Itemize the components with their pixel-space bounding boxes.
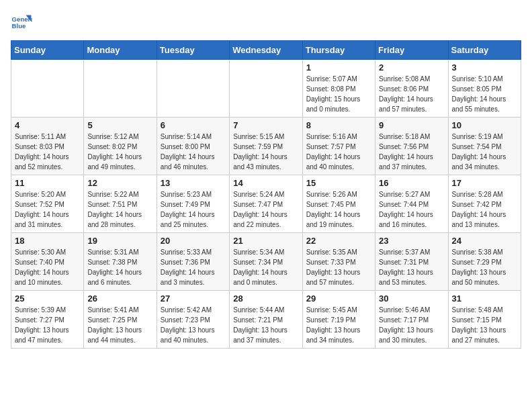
day-number: 29 xyxy=(306,293,371,304)
calendar-cell xyxy=(84,60,157,118)
day-info: Sunrise: 5:20 AM Sunset: 7:52 PM Dayligh… xyxy=(15,189,80,230)
day-info: Sunrise: 5:37 AM Sunset: 7:31 PM Dayligh… xyxy=(379,247,444,287)
day-number: 16 xyxy=(379,178,444,188)
svg-text:Blue: Blue xyxy=(12,22,26,30)
day-info: Sunrise: 5:39 AM Sunset: 7:27 PM Dayligh… xyxy=(15,305,80,345)
day-info: Sunrise: 5:46 AM Sunset: 7:17 PM Dayligh… xyxy=(379,305,444,345)
day-info: Sunrise: 5:41 AM Sunset: 7:25 PM Dayligh… xyxy=(87,305,152,345)
calendar-cell: 4Sunrise: 5:11 AM Sunset: 8:03 PM Daylig… xyxy=(11,118,84,175)
day-info: Sunrise: 5:34 AM Sunset: 7:34 PM Dayligh… xyxy=(233,247,298,287)
day-number: 15 xyxy=(306,178,371,188)
day-number: 12 xyxy=(87,178,152,188)
day-number: 18 xyxy=(15,236,80,246)
day-number: 8 xyxy=(306,120,371,130)
day-info: Sunrise: 5:15 AM Sunset: 7:59 PM Dayligh… xyxy=(233,132,298,172)
calendar-cell: 28Sunrise: 5:44 AM Sunset: 7:21 PM Dayli… xyxy=(230,291,302,349)
weekday-header-saturday: Saturday xyxy=(448,41,521,60)
calendar-cell: 21Sunrise: 5:34 AM Sunset: 7:34 PM Dayli… xyxy=(230,233,302,291)
day-number: 23 xyxy=(379,236,444,246)
day-number: 17 xyxy=(452,178,517,188)
day-number: 6 xyxy=(161,120,226,130)
calendar-cell: 19Sunrise: 5:31 AM Sunset: 7:38 PM Dayli… xyxy=(84,233,157,291)
day-info: Sunrise: 5:18 AM Sunset: 7:56 PM Dayligh… xyxy=(379,132,444,172)
calendar-cell: 10Sunrise: 5:19 AM Sunset: 7:54 PM Dayli… xyxy=(448,118,521,175)
calendar-cell: 7Sunrise: 5:15 AM Sunset: 7:59 PM Daylig… xyxy=(230,118,302,175)
day-info: Sunrise: 5:16 AM Sunset: 7:57 PM Dayligh… xyxy=(306,132,371,172)
calendar-cell: 27Sunrise: 5:42 AM Sunset: 7:23 PM Dayli… xyxy=(157,291,229,349)
day-info: Sunrise: 5:10 AM Sunset: 8:05 PM Dayligh… xyxy=(452,74,517,114)
weekday-header-tuesday: Tuesday xyxy=(157,41,229,60)
day-number: 3 xyxy=(452,62,517,73)
day-number: 2 xyxy=(379,62,444,73)
calendar-cell: 17Sunrise: 5:28 AM Sunset: 7:42 PM Dayli… xyxy=(448,175,521,233)
calendar-cell: 15Sunrise: 5:26 AM Sunset: 7:45 PM Dayli… xyxy=(302,175,375,233)
day-info: Sunrise: 5:12 AM Sunset: 8:02 PM Dayligh… xyxy=(87,132,152,172)
day-number: 28 xyxy=(233,293,298,304)
calendar-cell: 20Sunrise: 5:33 AM Sunset: 7:36 PM Dayli… xyxy=(157,233,229,291)
calendar-cell xyxy=(11,60,84,118)
day-number: 4 xyxy=(15,120,80,130)
calendar-cell: 22Sunrise: 5:35 AM Sunset: 7:33 PM Dayli… xyxy=(302,233,375,291)
calendar-cell: 2Sunrise: 5:08 AM Sunset: 8:06 PM Daylig… xyxy=(375,60,448,118)
calendar-cell: 5Sunrise: 5:12 AM Sunset: 8:02 PM Daylig… xyxy=(84,118,157,175)
day-info: Sunrise: 5:07 AM Sunset: 8:08 PM Dayligh… xyxy=(306,74,371,114)
weekday-header-friday: Friday xyxy=(375,41,448,60)
day-info: Sunrise: 5:19 AM Sunset: 7:54 PM Dayligh… xyxy=(452,132,517,172)
day-info: Sunrise: 5:31 AM Sunset: 7:38 PM Dayligh… xyxy=(87,247,152,287)
day-info: Sunrise: 5:11 AM Sunset: 8:03 PM Dayligh… xyxy=(15,132,80,172)
calendar-cell: 3Sunrise: 5:10 AM Sunset: 8:05 PM Daylig… xyxy=(448,60,521,118)
day-number: 19 xyxy=(87,236,152,246)
day-number: 27 xyxy=(161,293,226,304)
day-info: Sunrise: 5:48 AM Sunset: 7:15 PM Dayligh… xyxy=(452,305,517,345)
day-info: Sunrise: 5:28 AM Sunset: 7:42 PM Dayligh… xyxy=(452,189,517,230)
day-number: 25 xyxy=(15,293,80,304)
calendar-cell: 6Sunrise: 5:14 AM Sunset: 8:00 PM Daylig… xyxy=(157,118,229,175)
calendar-cell: 30Sunrise: 5:46 AM Sunset: 7:17 PM Dayli… xyxy=(375,291,448,349)
day-info: Sunrise: 5:44 AM Sunset: 7:21 PM Dayligh… xyxy=(233,305,298,345)
day-info: Sunrise: 5:26 AM Sunset: 7:45 PM Dayligh… xyxy=(306,189,371,230)
day-info: Sunrise: 5:42 AM Sunset: 7:23 PM Dayligh… xyxy=(161,305,226,345)
calendar-cell: 1Sunrise: 5:07 AM Sunset: 8:08 PM Daylig… xyxy=(302,60,375,118)
day-info: Sunrise: 5:35 AM Sunset: 7:33 PM Dayligh… xyxy=(306,247,371,287)
day-number: 21 xyxy=(233,236,298,246)
day-number: 13 xyxy=(161,178,226,188)
day-number: 11 xyxy=(15,178,80,188)
calendar-cell: 31Sunrise: 5:48 AM Sunset: 7:15 PM Dayli… xyxy=(448,291,521,349)
day-number: 20 xyxy=(161,236,226,246)
day-number: 14 xyxy=(233,178,298,188)
calendar-cell xyxy=(230,60,302,118)
calendar-cell: 24Sunrise: 5:38 AM Sunset: 7:29 PM Dayli… xyxy=(448,233,521,291)
day-number: 9 xyxy=(379,120,444,130)
calendar-cell: 25Sunrise: 5:39 AM Sunset: 7:27 PM Dayli… xyxy=(11,291,84,349)
day-number: 5 xyxy=(87,120,152,130)
day-info: Sunrise: 5:45 AM Sunset: 7:19 PM Dayligh… xyxy=(306,305,371,345)
calendar-cell: 13Sunrise: 5:23 AM Sunset: 7:49 PM Dayli… xyxy=(157,175,229,233)
calendar-cell: 16Sunrise: 5:27 AM Sunset: 7:44 PM Dayli… xyxy=(375,175,448,233)
day-info: Sunrise: 5:33 AM Sunset: 7:36 PM Dayligh… xyxy=(161,247,226,287)
day-info: Sunrise: 5:08 AM Sunset: 8:06 PM Dayligh… xyxy=(379,74,444,114)
day-info: Sunrise: 5:27 AM Sunset: 7:44 PM Dayligh… xyxy=(379,189,444,230)
day-number: 10 xyxy=(452,120,517,130)
calendar-cell xyxy=(157,60,229,118)
weekday-header-sunday: Sunday xyxy=(11,41,84,60)
calendar-cell: 26Sunrise: 5:41 AM Sunset: 7:25 PM Dayli… xyxy=(84,291,157,349)
day-number: 24 xyxy=(452,236,517,246)
calendar-cell: 14Sunrise: 5:24 AM Sunset: 7:47 PM Dayli… xyxy=(230,175,302,233)
day-info: Sunrise: 5:24 AM Sunset: 7:47 PM Dayligh… xyxy=(233,189,298,230)
day-info: Sunrise: 5:38 AM Sunset: 7:29 PM Dayligh… xyxy=(452,247,517,287)
logo: General Blue xyxy=(11,11,35,32)
day-number: 31 xyxy=(452,293,517,304)
calendar-cell: 23Sunrise: 5:37 AM Sunset: 7:31 PM Dayli… xyxy=(375,233,448,291)
day-number: 26 xyxy=(87,293,152,304)
day-info: Sunrise: 5:30 AM Sunset: 7:40 PM Dayligh… xyxy=(15,247,80,287)
day-number: 1 xyxy=(306,62,371,73)
day-info: Sunrise: 5:14 AM Sunset: 8:00 PM Dayligh… xyxy=(161,132,226,172)
calendar-table: SundayMondayTuesdayWednesdayThursdayFrid… xyxy=(11,40,521,349)
calendar-cell: 18Sunrise: 5:30 AM Sunset: 7:40 PM Dayli… xyxy=(11,233,84,291)
calendar-cell: 11Sunrise: 5:20 AM Sunset: 7:52 PM Dayli… xyxy=(11,175,84,233)
day-info: Sunrise: 5:23 AM Sunset: 7:49 PM Dayligh… xyxy=(161,189,226,230)
weekday-header-monday: Monday xyxy=(84,41,157,60)
calendar-cell: 29Sunrise: 5:45 AM Sunset: 7:19 PM Dayli… xyxy=(302,291,375,349)
day-number: 7 xyxy=(233,120,298,130)
day-info: Sunrise: 5:22 AM Sunset: 7:51 PM Dayligh… xyxy=(87,189,152,230)
